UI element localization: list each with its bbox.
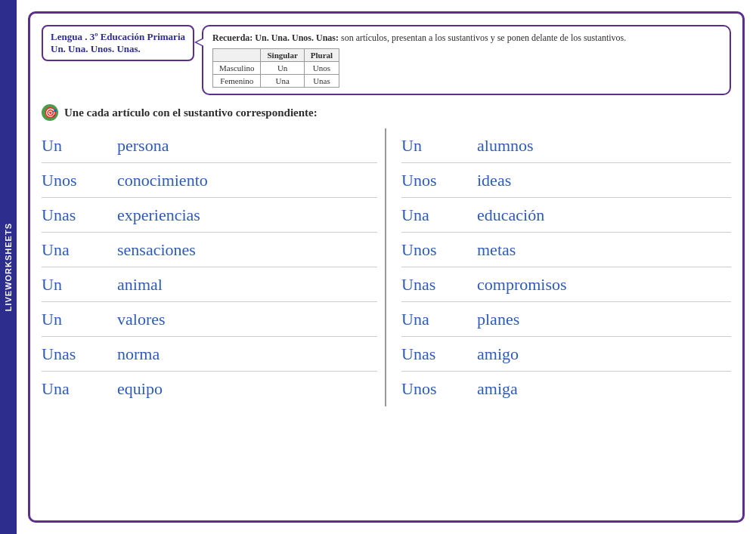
- right-noun-2[interactable]: educación: [477, 205, 731, 225]
- left-article-1[interactable]: Unos: [42, 171, 117, 190]
- right-article-2[interactable]: Una: [401, 205, 477, 225]
- exercise-grid: UnpersonaUnosconocimientoUnasexperiencia…: [42, 128, 731, 406]
- title-box: Lengua . 3º Educación Primaria Un. Una. …: [42, 25, 194, 61]
- left-noun-6[interactable]: norma: [117, 344, 377, 364]
- left-noun-1[interactable]: conocimiento: [117, 171, 377, 190]
- left-row-6: Unasnorma: [42, 337, 377, 372]
- instruction-text: Une cada artículo con el sustantivo corr…: [64, 106, 318, 119]
- right-noun-7[interactable]: amiga: [477, 379, 731, 399]
- grammar-masculino-label: Masculino: [213, 62, 261, 75]
- right-row-3: Unosmetas: [401, 233, 731, 267]
- bubble-content: Recuerda: Un. Una. Unos. Unas: son artíc…: [212, 32, 720, 44]
- sidebar: LIVEWORKSHEETS: [0, 0, 17, 534]
- right-row-4: Unascompromisos: [401, 267, 731, 302]
- right-noun-0[interactable]: alumnos: [477, 136, 731, 156]
- grammar-row-masculino: Masculino Un Unos: [213, 62, 339, 75]
- left-article-4[interactable]: Un: [42, 275, 117, 295]
- grammar-femenino-singular: Una: [261, 75, 304, 88]
- grammar-table: Singular Plural Masculino Un Unos Femeni…: [212, 48, 339, 88]
- left-row-0: Unpersona: [42, 128, 377, 163]
- right-article-4[interactable]: Unas: [401, 275, 477, 295]
- grammar-masculino-singular: Un: [261, 62, 304, 75]
- bullet-icon: 🎯: [42, 104, 58, 121]
- worksheet-border: Lengua . 3º Educación Primaria Un. Una. …: [28, 11, 745, 523]
- left-row-1: Unosconocimiento: [42, 163, 377, 198]
- grammar-header-1: Singular: [261, 49, 304, 62]
- sidebar-label: LIVEWORKSHEETS: [4, 223, 13, 311]
- left-row-7: Unaequipo: [42, 372, 377, 406]
- right-article-1[interactable]: Unos: [401, 171, 477, 190]
- left-row-5: Unvalores: [42, 302, 377, 337]
- left-row-4: Unanimal: [42, 267, 377, 302]
- left-noun-3[interactable]: sensaciones: [117, 240, 377, 260]
- left-article-3[interactable]: Una: [42, 240, 117, 260]
- right-article-6[interactable]: Unas: [401, 344, 477, 364]
- grammar-femenino-plural: Unas: [304, 75, 339, 88]
- grammar-masculino-plural: Unos: [304, 62, 339, 75]
- left-noun-5[interactable]: valores: [117, 310, 377, 329]
- left-article-2[interactable]: Unas: [42, 205, 117, 225]
- left-panel: UnpersonaUnosconocimientoUnasexperiencia…: [42, 128, 386, 406]
- speech-bubble: Recuerda: Un. Una. Unos. Unas: son artíc…: [202, 25, 731, 95]
- left-noun-2[interactable]: experiencias: [117, 205, 377, 225]
- right-row-2: Unaeducación: [401, 198, 731, 233]
- bubble-bold-text: Recuerda: Un. Una. Unos. Unas:: [212, 32, 339, 43]
- grammar-header-2: Plural: [304, 49, 339, 62]
- right-panel: UnalumnosUnosideasUnaeducaciónUnosmetasU…: [386, 128, 731, 406]
- right-row-1: Unosideas: [401, 163, 731, 198]
- left-article-7[interactable]: Una: [42, 379, 117, 399]
- left-article-0[interactable]: Un: [42, 136, 117, 156]
- grammar-row-femenino: Femenino Una Unas: [213, 75, 339, 88]
- right-row-6: Unasamigo: [401, 337, 731, 372]
- title-line1: Lengua . 3º Educación Primaria: [51, 31, 185, 43]
- right-row-5: Unaplanes: [401, 302, 731, 337]
- grammar-header-0: [213, 49, 261, 62]
- main-content: Lengua . 3º Educación Primaria Un. Una. …: [17, 0, 756, 534]
- left-row-2: Unasexperiencias: [42, 198, 377, 233]
- right-noun-3[interactable]: metas: [477, 240, 731, 260]
- right-row-7: Unosamiga: [401, 372, 731, 406]
- left-noun-7[interactable]: equipo: [117, 379, 377, 399]
- right-article-0[interactable]: Un: [401, 136, 477, 156]
- grammar-femenino-label: Femenino: [213, 75, 261, 88]
- instruction-row: 🎯 Une cada artículo con el sustantivo co…: [42, 104, 731, 121]
- left-noun-0[interactable]: persona: [117, 136, 377, 156]
- right-row-0: Unalumnos: [401, 128, 731, 163]
- header-area: Lengua . 3º Educación Primaria Un. Una. …: [42, 25, 731, 95]
- left-row-3: Unasensaciones: [42, 233, 377, 267]
- bubble-text: son artículos, presentan a los sustantiv…: [341, 32, 626, 43]
- right-noun-1[interactable]: ideas: [477, 171, 731, 190]
- right-article-5[interactable]: Una: [401, 310, 477, 329]
- right-noun-4[interactable]: compromisos: [477, 275, 731, 295]
- left-noun-4[interactable]: animal: [117, 275, 377, 295]
- title-line2: Un. Una. Unos. Unas.: [51, 43, 185, 55]
- right-noun-5[interactable]: planes: [477, 310, 731, 329]
- left-article-6[interactable]: Unas: [42, 344, 117, 364]
- right-article-7[interactable]: Unos: [401, 379, 477, 399]
- left-article-5[interactable]: Un: [42, 310, 117, 329]
- right-article-3[interactable]: Unos: [401, 240, 477, 260]
- right-noun-6[interactable]: amigo: [477, 344, 731, 364]
